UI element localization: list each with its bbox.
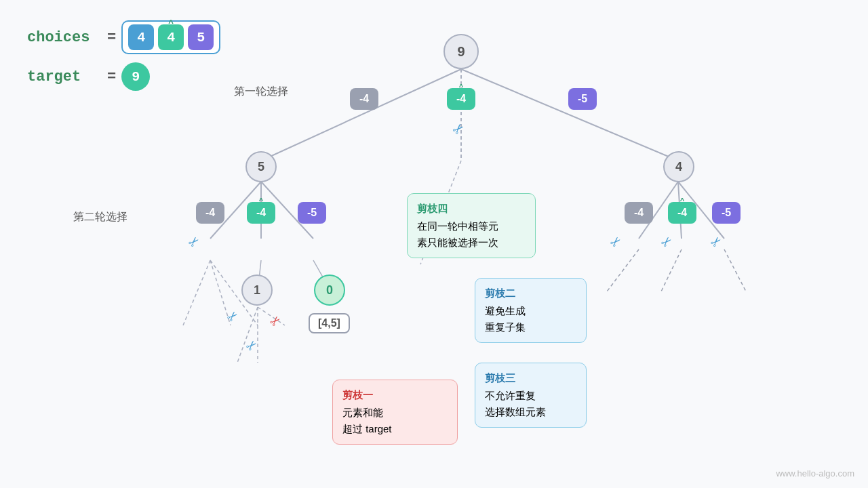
choice-5: 5 <box>188 24 214 50</box>
choices-row: choices = 4 ^ 4 5 <box>27 20 220 54</box>
eq1: = <box>107 29 116 46</box>
prune1-body: 元素和能超过 target <box>342 405 448 437</box>
choices-label: choices <box>27 29 102 46</box>
watermark: www.hello-algo.com <box>776 468 854 479</box>
edge-l1r-c: -5 <box>712 202 741 224</box>
svg-line-18 <box>661 249 682 291</box>
info-prune2: 剪枝二 避免生成重复子集 <box>475 278 587 343</box>
round1-label: 第一轮选择 <box>234 85 288 99</box>
svg-line-17 <box>607 249 639 291</box>
node-level2-left: 1 <box>241 274 273 306</box>
prune3-body: 不允许重复选择数组元素 <box>485 388 576 420</box>
svg-line-19 <box>724 249 746 291</box>
scissors-l2r-c: ✂ <box>707 232 726 251</box>
edge-l1l-b: ^ -4 <box>247 202 275 224</box>
prune3-title: 剪枝三 <box>485 370 576 386</box>
scissors-mid-edge: ✂ <box>449 119 469 139</box>
edge-root-left: -4 <box>350 88 378 110</box>
choices-box: 4 ^ 4 5 <box>121 20 220 54</box>
legend: choices = 4 ^ 4 5 target = 9 <box>27 20 220 99</box>
svg-line-2 <box>461 69 678 161</box>
target-value: 9 <box>121 62 150 91</box>
result-box: [4,5] <box>309 313 350 333</box>
prune2-title: 剪枝二 <box>485 285 576 302</box>
edge-root-mid: ^ -4 <box>447 88 475 110</box>
node-level1-right: 4 <box>663 151 694 182</box>
root-node: 9 <box>443 34 479 69</box>
page-container: { "title": "choices pruning tree diagram… <box>0 0 868 488</box>
edge-l1r-b: ^ -4 <box>668 202 696 224</box>
prune1-title: 剪枝一 <box>342 387 448 403</box>
eq2: = <box>107 68 116 85</box>
svg-line-6 <box>183 260 210 325</box>
target-row: target = 9 <box>27 62 220 91</box>
round2-label: 第二轮选择 <box>73 210 127 224</box>
prune4-title: 剪枝四 <box>417 201 526 217</box>
scissors-l2l-a: ✂ <box>184 232 203 251</box>
target-label: target <box>27 68 102 85</box>
prune4-body: 在同一轮中相等元素只能被选择一次 <box>417 218 526 251</box>
edge-l1r-a: -4 <box>625 202 653 224</box>
scissors-l2r-b: ✂ <box>657 232 676 251</box>
info-prune1: 剪枝一 元素和能超过 target <box>332 380 458 445</box>
node-level1-left: 5 <box>245 151 277 182</box>
edge-l1l-a: -4 <box>196 202 224 224</box>
svg-line-10 <box>237 307 258 363</box>
prune2-body: 避免生成重复子集 <box>485 303 576 336</box>
choice-4-1: 4 <box>128 24 154 50</box>
scissors-l3-a: ✂ <box>223 307 242 326</box>
svg-line-0 <box>261 69 461 161</box>
scissors-l2r-a: ✂ <box>606 232 625 251</box>
edge-l1l-c: -5 <box>298 202 326 224</box>
info-prune4: 剪枝四 在同一轮中相等元素只能被选择一次 <box>407 193 536 258</box>
info-prune3: 剪枝三 不允许重复选择数组元素 <box>475 363 587 428</box>
node-level2-right: 0 <box>314 274 345 306</box>
choice-4-2: ^ 4 <box>158 24 184 50</box>
scissors-l3-b: ✂ <box>266 312 285 331</box>
scissors-l3-c: ✂ <box>242 336 261 355</box>
edge-root-right: -5 <box>568 88 597 110</box>
